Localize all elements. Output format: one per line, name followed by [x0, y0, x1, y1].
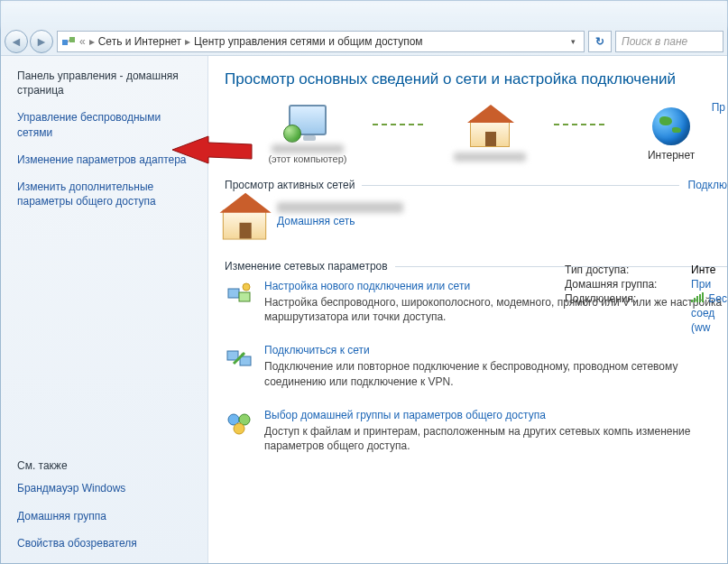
main-content: Просмотр основных сведений о сети и наст…	[208, 56, 727, 563]
connect-network-icon	[225, 344, 253, 373]
nav-back-button[interactable]: ◄	[5, 30, 28, 53]
sidebar-item-adapter[interactable]: Изменение параметров адаптера	[17, 153, 191, 167]
redacted-ssid	[277, 202, 403, 213]
redacted-pc-name	[272, 144, 344, 153]
new-connection-icon	[225, 280, 253, 309]
setting-connect-network[interactable]: Подключиться к сети Подключение или повт…	[225, 344, 727, 388]
search-input[interactable]: Поиск в пане	[615, 31, 723, 52]
nav-forward-button[interactable]: ►	[30, 30, 53, 53]
connection-line-icon	[373, 124, 425, 125]
svg-rect-6	[227, 351, 238, 360]
access-type-value: Инте	[691, 264, 715, 276]
full-map-link[interactable]: Пр	[712, 101, 725, 114]
network-location-icon	[61, 34, 76, 49]
search-placeholder: Поиск в пане	[622, 35, 687, 48]
active-network-item: Домашняя сеть	[225, 199, 727, 238]
connection-value3: (ww	[691, 321, 710, 334]
setting-homegroup-sharing[interactable]: Выбор домашней группы и параметров общег…	[225, 409, 727, 453]
svg-line-2	[68, 40, 69, 42]
network-node-thispc[interactable]: (этот компьютер)	[252, 105, 364, 164]
globe-icon	[652, 107, 690, 145]
house-icon	[470, 120, 510, 147]
sidebar-item-browser-props[interactable]: Свойства обозревателя	[17, 536, 191, 550]
svg-rect-7	[240, 356, 251, 365]
homegroup-link[interactable]: При	[691, 278, 711, 291]
house-icon	[223, 210, 266, 240]
active-networks-heading: Просмотр активных сетей	[225, 179, 355, 191]
connection-value2: соед	[691, 307, 714, 319]
sidebar-see-also-heading: См. также	[17, 459, 191, 472]
svg-rect-1	[69, 37, 75, 42]
sidebar-home-link[interactable]: Панель управления - домашняя страница	[17, 69, 191, 97]
sidebar-item-firewall[interactable]: Брандмауэр Windows	[17, 481, 191, 495]
connection-line-icon	[554, 124, 606, 125]
svg-rect-3	[228, 289, 239, 298]
network-node-router[interactable]	[434, 107, 546, 162]
homegroup-label: Домашняя группа:	[565, 278, 682, 291]
status-badge-icon	[283, 125, 301, 143]
setting-title[interactable]: Подключиться к сети	[264, 344, 727, 356]
change-settings-heading: Изменение сетевых параметров	[225, 260, 388, 273]
sidebar-item-sharing[interactable]: Изменить дополнительные параметры общего…	[17, 180, 191, 208]
setting-desc: Доступ к файлам и принтерам, расположенн…	[264, 424, 727, 453]
internet-label: Интернет	[648, 149, 695, 162]
arrow-left-icon: ◄	[10, 34, 23, 49]
network-type-link[interactable]: Домашняя сеть	[277, 215, 403, 227]
connect-disconnect-link[interactable]: Подклю	[688, 179, 727, 191]
svg-point-11	[234, 423, 244, 434]
network-properties: Тип доступа: Инте Домашняя группа: При П…	[565, 264, 727, 336]
divider	[362, 185, 678, 186]
wifi-signal-icon	[691, 293, 704, 302]
chevron-right-icon: ▸	[89, 35, 95, 48]
chevron-right-icon: ▸	[185, 35, 190, 48]
address-bar-row: ◄ ► « ▸ Сеть и Интернет ▸ Центр управлен…	[1, 28, 727, 55]
window-titlebar	[1, 1, 727, 28]
sidebar-item-homegroup[interactable]: Домашняя группа	[17, 509, 191, 523]
refresh-button[interactable]: ↻	[588, 31, 612, 52]
network-map: (этот компьютер) Интернет Пр	[252, 105, 727, 164]
svg-rect-4	[239, 292, 250, 301]
active-networks-heading-row: Просмотр активных сетей Подклю	[225, 179, 727, 191]
setting-desc: Подключение или повторное подключение к …	[264, 359, 727, 388]
redacted-network-name	[454, 153, 526, 162]
svg-point-5	[243, 283, 250, 291]
network-node-internet[interactable]: Интернет	[615, 107, 727, 162]
connection-value: Бес	[708, 292, 727, 305]
address-dropdown-icon[interactable]: ▾	[566, 37, 580, 46]
page-title: Просмотр основных сведений о сети и наст…	[225, 70, 727, 88]
connections-label: Подключения:	[565, 292, 682, 305]
refresh-icon: ↻	[595, 35, 604, 48]
connection-link[interactable]: Бес	[691, 292, 727, 305]
this-pc-sublabel: (этот компьютер)	[268, 153, 346, 164]
sidebar: Панель управления - домашняя страница Уп…	[1, 56, 208, 563]
breadcrumb-segment[interactable]: Центр управления сетями и общим доступом	[194, 35, 423, 48]
access-type-label: Тип доступа:	[565, 264, 682, 276]
breadcrumb-segment[interactable]: Сеть и Интернет	[98, 35, 181, 48]
address-bar[interactable]: « ▸ Сеть и Интернет ▸ Центр управления с…	[57, 31, 585, 52]
sidebar-item-wireless[interactable]: Управление беспроводными сетями	[17, 110, 191, 139]
arrow-right-icon: ►	[35, 34, 48, 49]
home-network-icon[interactable]	[225, 199, 264, 238]
breadcrumb-chevrons: «	[79, 35, 86, 48]
svg-rect-0	[62, 40, 68, 45]
homegroup-icon	[225, 409, 253, 438]
control-panel-window: ◄ ► « ▸ Сеть и Интернет ▸ Центр управлен…	[0, 0, 728, 564]
setting-title[interactable]: Выбор домашней группы и параметров общег…	[264, 409, 727, 421]
